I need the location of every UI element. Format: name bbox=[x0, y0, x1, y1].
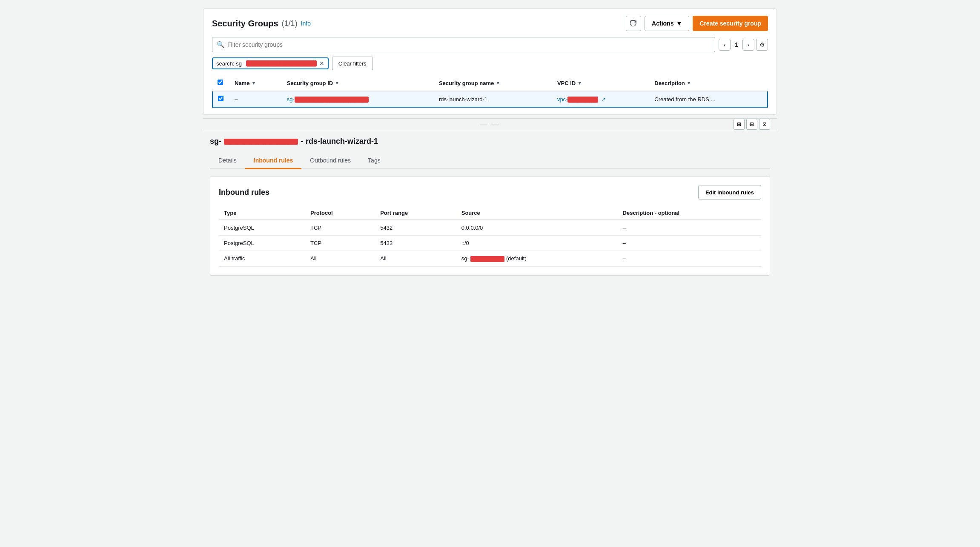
bottom-panel: sg-████████████████████ - rds-launch-wiz… bbox=[203, 137, 777, 284]
vpc-id-link[interactable]: vpc-████████ bbox=[557, 96, 600, 103]
row-name-cell: – bbox=[229, 91, 282, 107]
row-checkbox-cell bbox=[212, 91, 229, 107]
vpc-id-sort-icon[interactable]: ▼ bbox=[577, 80, 582, 85]
rule-source-cell: 0.0.0.0/0 bbox=[456, 220, 618, 236]
row-description-cell: Created from the RDS ... bbox=[649, 91, 768, 107]
detail-sg-id: ████████████████████ bbox=[224, 139, 298, 145]
actions-label: Actions bbox=[652, 20, 673, 27]
rule-source-cell: ::/0 bbox=[456, 236, 618, 251]
layout-split-vertical-button[interactable]: ⊟ bbox=[746, 119, 757, 130]
rule-port-cell: 5432 bbox=[375, 236, 456, 251]
vpc-id-redacted: ████████ bbox=[567, 97, 598, 103]
result-count: (1/1) bbox=[282, 19, 298, 28]
panel-divider[interactable]: — — ⊞ ⊟ ⊠ bbox=[203, 118, 777, 130]
settings-button[interactable]: ⚙ bbox=[756, 39, 768, 51]
search-icon: 🔍 bbox=[217, 41, 225, 48]
filter-close-button[interactable]: ✕ bbox=[319, 60, 324, 67]
tab-outbound[interactable]: Outbound rules bbox=[301, 153, 359, 169]
rule-type-cell: All traffic bbox=[219, 251, 305, 267]
filter-row: search: sg- ███████████████████ ✕ Clear … bbox=[212, 57, 768, 70]
sg-id-redacted: ████████████████████ bbox=[295, 97, 369, 103]
inbound-header: Inbound rules Edit inbound rules bbox=[219, 185, 761, 199]
next-page-button[interactable]: › bbox=[742, 39, 754, 51]
row-checkbox[interactable] bbox=[218, 96, 224, 101]
filter-value: ███████████████████ bbox=[246, 60, 317, 66]
search-input[interactable] bbox=[227, 41, 711, 48]
tab-inbound[interactable]: Inbound rules bbox=[245, 153, 302, 169]
actions-button[interactable]: Actions ▼ bbox=[645, 16, 689, 31]
col-type: Type bbox=[219, 206, 305, 220]
rule-port-cell: All bbox=[375, 251, 456, 267]
filter-prefix: search: sg- bbox=[216, 60, 244, 67]
rule-desc-cell: – bbox=[618, 236, 761, 251]
rule-source-cell: sg- (default) bbox=[456, 251, 618, 267]
name-sort-icon[interactable]: ▼ bbox=[251, 80, 256, 85]
inbound-rules-table: Type Protocol Port range Source Descript… bbox=[219, 206, 761, 267]
table-row[interactable]: – sg-████████████████████ rds-launch-wiz… bbox=[212, 91, 768, 107]
external-link-icon[interactable]: ↗ bbox=[602, 97, 606, 103]
clear-filters-button[interactable]: Clear filters bbox=[332, 57, 373, 70]
detail-title: sg-████████████████████ - rds-launch-wiz… bbox=[210, 137, 770, 146]
col-name: Name ▼ bbox=[229, 75, 282, 91]
header-actions: Actions ▼ Create security group bbox=[626, 16, 768, 31]
col-port-range: Port range bbox=[375, 206, 456, 220]
inbound-rules-section: Inbound rules Edit inbound rules Type Pr… bbox=[210, 176, 770, 276]
col-description: Description ▼ bbox=[649, 75, 768, 91]
desc-sort-icon[interactable]: ▼ bbox=[687, 80, 691, 85]
refresh-icon bbox=[630, 20, 637, 27]
layout-buttons: ⊞ ⊟ ⊠ bbox=[734, 119, 770, 130]
rule-protocol-cell: All bbox=[305, 251, 375, 267]
tabs-row: Details Inbound rules Outbound rules Tag… bbox=[210, 153, 770, 169]
info-link[interactable]: Info bbox=[301, 20, 311, 27]
source-sg-redacted bbox=[470, 256, 504, 262]
actions-chevron-icon: ▼ bbox=[676, 20, 682, 27]
inbound-rule-row: PostgreSQL TCP 5432 ::/0 – bbox=[219, 236, 761, 251]
row-vpc-id-cell: vpc-████████ ↗ bbox=[552, 91, 649, 107]
search-bar[interactable]: 🔍 bbox=[212, 37, 715, 52]
rule-type-cell: PostgreSQL bbox=[219, 220, 305, 236]
security-groups-table: Name ▼ Security group ID ▼ Security grou… bbox=[212, 75, 768, 108]
edit-inbound-rules-button[interactable]: Edit inbound rules bbox=[698, 185, 761, 199]
panel-header: Security Groups (1/1) Info Actions ▼ Cre… bbox=[212, 16, 768, 31]
current-page: 1 bbox=[732, 41, 741, 48]
drag-handle: — — bbox=[480, 120, 500, 129]
layout-full-button[interactable]: ⊠ bbox=[759, 119, 770, 130]
prev-page-button[interactable]: ‹ bbox=[719, 39, 731, 51]
row-sg-id-cell: sg-████████████████████ bbox=[282, 91, 434, 107]
rule-type-cell: PostgreSQL bbox=[219, 236, 305, 251]
col-desc-optional: Description - optional bbox=[618, 206, 761, 220]
filter-tag: search: sg- ███████████████████ ✕ bbox=[212, 57, 329, 69]
top-panel: Security Groups (1/1) Info Actions ▼ Cre… bbox=[203, 9, 777, 115]
select-all-th bbox=[212, 75, 229, 91]
sg-id-sort-icon[interactable]: ▼ bbox=[335, 80, 339, 85]
page-title: Security Groups bbox=[212, 19, 278, 28]
inbound-rules-title: Inbound rules bbox=[219, 188, 269, 197]
col-protocol: Protocol bbox=[305, 206, 375, 220]
rule-desc-cell: – bbox=[618, 220, 761, 236]
tab-tags[interactable]: Tags bbox=[359, 153, 389, 169]
select-all-checkbox[interactable] bbox=[218, 80, 223, 85]
inbound-rule-row: PostgreSQL TCP 5432 0.0.0.0/0 – bbox=[219, 220, 761, 236]
col-sg-id: Security group ID ▼ bbox=[282, 75, 434, 91]
layout-split-horizontal-button[interactable]: ⊞ bbox=[734, 119, 745, 130]
search-pagination-row: 🔍 ‹ 1 › ⚙ bbox=[212, 37, 768, 52]
refresh-button[interactable] bbox=[626, 16, 641, 31]
pagination-row: ‹ 1 › ⚙ bbox=[719, 39, 768, 51]
col-sg-name: Security group name ▼ bbox=[434, 75, 552, 91]
row-sg-name-cell: rds-launch-wizard-1 bbox=[434, 91, 552, 107]
rule-port-cell: 5432 bbox=[375, 220, 456, 236]
rule-desc-cell: – bbox=[618, 251, 761, 267]
panel-title: Security Groups (1/1) Info bbox=[212, 19, 311, 28]
sg-name-sort-icon[interactable]: ▼ bbox=[496, 80, 500, 85]
tab-details[interactable]: Details bbox=[210, 153, 245, 169]
rule-protocol-cell: TCP bbox=[305, 220, 375, 236]
sg-id-link[interactable]: sg-████████████████████ bbox=[287, 96, 369, 103]
rule-protocol-cell: TCP bbox=[305, 236, 375, 251]
inbound-rule-row: All traffic All All sg- (default) – bbox=[219, 251, 761, 267]
create-security-group-button[interactable]: Create security group bbox=[693, 16, 768, 31]
col-vpc-id: VPC ID ▼ bbox=[552, 75, 649, 91]
col-source: Source bbox=[456, 206, 618, 220]
